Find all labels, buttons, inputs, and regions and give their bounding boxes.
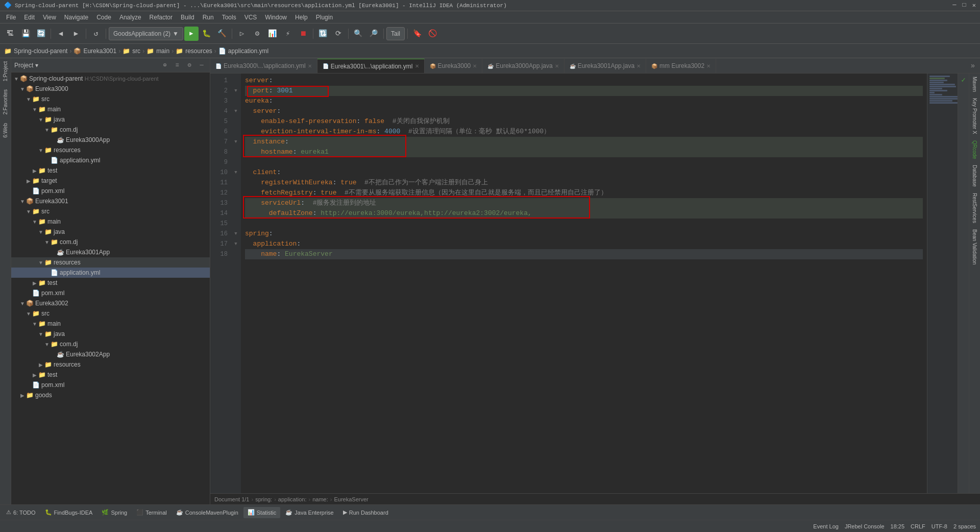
menu-code[interactable]: Code bbox=[92, 13, 115, 22]
tree-eureka3001-main[interactable]: ▼ 📁 main bbox=[11, 216, 210, 227]
search-btn[interactable]: 🔍 bbox=[351, 27, 365, 41]
tab-eureka3001app-java[interactable]: ☕ Eureka3001App.java ✕ bbox=[565, 59, 646, 73]
toolbar-sync-btn[interactable]: 🔄 bbox=[34, 27, 48, 41]
menu-run[interactable]: Run bbox=[199, 13, 218, 22]
status-eventlog[interactable]: Event Log bbox=[813, 523, 839, 529]
tree-eureka3001-src[interactable]: ▼ 📁 src bbox=[11, 206, 210, 216]
tree-eureka3000-test[interactable]: ▶ 📁 test bbox=[11, 165, 210, 176]
status-jrebel[interactable]: JRebel Console bbox=[845, 523, 885, 529]
run-btn[interactable]: ▶ bbox=[184, 27, 199, 41]
gutter-fold-4[interactable]: ▼ bbox=[231, 106, 241, 116]
tree-eureka3000-pom[interactable]: ▶ 📄 pom.xml bbox=[11, 186, 210, 196]
menu-tools[interactable]: Tools bbox=[218, 13, 240, 22]
menu-plugin[interactable]: Plugin bbox=[312, 13, 337, 22]
btn-statistic[interactable]: 📊 Statistic bbox=[243, 507, 281, 518]
btn-findbugs[interactable]: 🐛 FindBugs-IDEA bbox=[41, 507, 97, 518]
breadcrumb-src[interactable]: src bbox=[132, 47, 140, 55]
menu-help[interactable]: Help bbox=[291, 13, 312, 22]
tool-project[interactable]: 1:Project bbox=[2, 58, 9, 84]
tree-eureka3002-pom[interactable]: ▶ 📄 pom.xml bbox=[11, 380, 210, 390]
close-btn[interactable]: ✕ bbox=[972, 2, 976, 9]
tree-eureka3000app[interactable]: ▶ ☕ Eureka3000App bbox=[11, 135, 210, 145]
btn-javaenterprise[interactable]: ☕ Java Enterprise bbox=[281, 507, 337, 518]
btn-consolemaven[interactable]: ☕ ConsoleMavenPlugin bbox=[172, 507, 242, 518]
refresh-btn[interactable]: ⟳ bbox=[331, 27, 346, 41]
tree-eureka3002[interactable]: ▼ 📦 Eureka3002 bbox=[11, 298, 210, 308]
tree-eureka3000-comdj[interactable]: ▼ 📁 com.dj bbox=[11, 125, 210, 135]
tree-eureka3000-main[interactable]: ▼ 📁 main bbox=[11, 104, 210, 114]
tree-eureka3002-resources[interactable]: ▶ 📁 resources bbox=[11, 359, 210, 370]
tree-eureka3001-test[interactable]: ▶ 📁 test bbox=[11, 278, 210, 288]
breadcrumb-spring-cloud-parent[interactable]: Spring-cloud-parent bbox=[14, 47, 67, 55]
cancel-btn[interactable]: 🚫 bbox=[426, 27, 440, 41]
menu-refactor[interactable]: Refactor bbox=[145, 13, 177, 22]
tree-eureka3002app[interactable]: ▶ ☕ Eureka3002App bbox=[11, 349, 210, 359]
project-sync-icon[interactable]: ⊕ bbox=[160, 60, 170, 70]
run2-btn[interactable]: ▷ bbox=[235, 27, 249, 41]
menu-navigate[interactable]: Navigate bbox=[60, 13, 92, 22]
status-indent[interactable]: 2 spaces bbox=[953, 523, 976, 529]
tab-close-3[interactable]: ✕ bbox=[473, 63, 477, 69]
tree-eureka3000[interactable]: ▼ 📦 Eureka3000 bbox=[11, 84, 210, 94]
menu-file[interactable]: File bbox=[2, 13, 20, 22]
tool-maven[interactable]: Maven bbox=[971, 74, 978, 95]
tree-goods[interactable]: ▶ 📁 goods bbox=[11, 390, 210, 400]
tab-eureka3001-yaml[interactable]: 📄 Eureka3001\...\application.yml ✕ bbox=[317, 59, 425, 73]
debug2-btn[interactable]: ⚙ bbox=[250, 27, 264, 41]
btn-rundashboard[interactable]: ▶ Run Dashboard bbox=[339, 507, 393, 518]
tab-overflow-btn[interactable]: » bbox=[966, 59, 980, 73]
tree-eureka3000-java[interactable]: ▼ 📁 java bbox=[11, 114, 210, 125]
project-settings-icon[interactable]: ⚙ bbox=[184, 60, 194, 70]
tree-eureka3000-yaml[interactable]: ▶ 📄 application.yml bbox=[11, 155, 210, 165]
tab-close-2[interactable]: ✕ bbox=[415, 63, 419, 69]
tab-eureka3002-module[interactable]: 📦 mm Eureka3002 ✕ bbox=[646, 59, 716, 73]
tree-eureka3001-comdj[interactable]: ▼ 📁 com.dj bbox=[11, 237, 210, 247]
maximize-btn[interactable]: □ bbox=[963, 2, 966, 9]
debug-btn[interactable]: 🐛 bbox=[200, 27, 214, 41]
gutter-fold-2[interactable]: ▼ bbox=[231, 86, 241, 96]
coverage-btn[interactable]: 📊 bbox=[265, 27, 280, 41]
tool-favorites[interactable]: 2:Favorites bbox=[2, 86, 9, 117]
tree-eureka3001app[interactable]: ▶ ☕ Eureka3001App bbox=[11, 247, 210, 257]
toolbar-project-btn[interactable]: 🏗 bbox=[3, 27, 17, 41]
tree-root[interactable]: ▼ 📦 Spring-cloud-parent H:\CSDN\Spring-c… bbox=[11, 74, 210, 84]
code-area[interactable]: server: port: 3001 eureka: server: bbox=[241, 74, 927, 493]
tab-close-6[interactable]: ✕ bbox=[706, 63, 710, 69]
breadcrumb-yaml[interactable]: application.yml bbox=[228, 47, 268, 55]
bc-spring[interactable]: spring: bbox=[255, 496, 272, 502]
update-btn[interactable]: 🔃 bbox=[316, 27, 330, 41]
breadcrumb-main[interactable]: main bbox=[156, 47, 169, 55]
tool-web[interactable]: 6:Web bbox=[2, 120, 9, 141]
project-expand-icon[interactable]: ≡ bbox=[172, 60, 182, 70]
tab-eureka3000-module[interactable]: 📦 Eureka3000 ✕ bbox=[425, 59, 483, 73]
search2-btn[interactable]: 🔎 bbox=[366, 27, 381, 41]
tree-eureka3002-src[interactable]: ▼ 📁 src bbox=[11, 308, 210, 319]
tab-close-4[interactable]: ✕ bbox=[555, 63, 559, 69]
tab-close-5[interactable]: ✕ bbox=[636, 63, 641, 69]
tree-eureka3002-main[interactable]: ▼ 📁 main bbox=[11, 319, 210, 329]
profile-btn[interactable]: ⚡ bbox=[281, 27, 295, 41]
menu-vcs[interactable]: VCS bbox=[240, 13, 261, 22]
tool-restservices[interactable]: RestServices bbox=[971, 190, 978, 226]
bc-name[interactable]: name: bbox=[312, 496, 328, 502]
tab-eureka3000app-java[interactable]: ☕ Eureka3000App.java ✕ bbox=[482, 59, 564, 73]
tool-beanvalidation[interactable]: Bean Validation bbox=[971, 226, 978, 268]
tree-eureka3001[interactable]: ▼ 📦 Eureka3001 bbox=[11, 196, 210, 206]
status-encoding[interactable]: UTF-8 bbox=[932, 523, 947, 529]
stop-btn[interactable]: ⏹ bbox=[296, 27, 310, 41]
bc-eurekaserver[interactable]: EurekaServer bbox=[334, 496, 368, 502]
status-lineending[interactable]: CRLF bbox=[911, 523, 925, 529]
toolbar-save-btn[interactable]: 💾 bbox=[18, 27, 33, 41]
breadcrumb-eureka3001[interactable]: Eureka3001 bbox=[83, 47, 116, 55]
menu-view[interactable]: View bbox=[39, 13, 60, 22]
gutter-fold-17[interactable]: ▼ bbox=[231, 239, 241, 249]
tool-database[interactable]: Database bbox=[971, 162, 978, 190]
tree-eureka3000-resources[interactable]: ▼ 📁 resources bbox=[11, 145, 210, 155]
tree-eureka3001-pom[interactable]: ▶ 📄 pom.xml bbox=[11, 288, 210, 298]
minimize-btn[interactable]: ─ bbox=[952, 2, 956, 9]
menu-analyze[interactable]: Analyze bbox=[115, 13, 145, 22]
project-minimize-icon[interactable]: — bbox=[197, 60, 207, 70]
build-btn[interactable]: 🔨 bbox=[215, 27, 229, 41]
btn-terminal[interactable]: ⬛ Terminal bbox=[132, 507, 171, 518]
toolbar-undo-btn[interactable]: ↺ bbox=[89, 27, 103, 41]
